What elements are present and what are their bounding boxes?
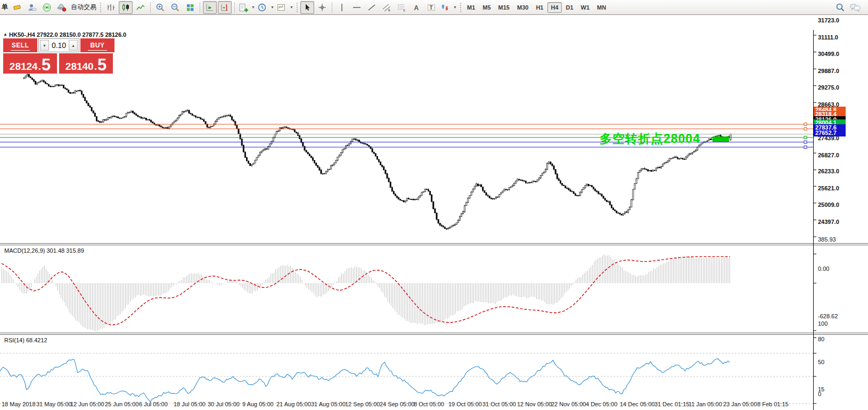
chart-title: HK50-,H4 27922.0 28150.0 27877.5 28126.0	[9, 31, 126, 38]
autotrade-button-label[interactable]: 自动交易	[71, 3, 96, 12]
gold-icon[interactable]	[10, 1, 24, 14]
chart-annotation-text: 多空转折点28004	[600, 131, 700, 147]
zoom-out-icon[interactable]	[168, 1, 182, 14]
buy-button[interactable]: BUY	[80, 38, 114, 52]
chart-window[interactable]: ▲ HK50-,H4 27922.0 28150.0 27877.5 28126…	[0, 14, 868, 410]
macd-indicator-label: MACD(12,26,9) 301.48 315.89	[4, 247, 84, 254]
time-axis-label: 14 Dec 05:00	[620, 401, 654, 407]
price-axis-tick: 24397.0	[818, 219, 839, 225]
mt4-window: 单 自动交易 ▼ ▼ ▼ E F A T ▼ M1 M5	[0, 0, 868, 410]
vertical-line-tool-icon[interactable]	[335, 1, 349, 14]
rsi-indicator-label: RSI(14) 68.4212	[4, 337, 47, 343]
zoom-in-icon[interactable]	[153, 1, 167, 14]
timeframe-h1[interactable]: H1	[533, 2, 546, 13]
price-axis-tick: 31111.0	[818, 34, 838, 41]
svg-text:T: T	[430, 5, 433, 11]
text-label-tool-icon[interactable]: T	[424, 1, 438, 14]
svg-text:A: A	[414, 4, 419, 11]
bar-chart-icon[interactable]	[104, 1, 118, 14]
toolbar-separator	[234, 2, 235, 13]
timeframe-m15[interactable]: M15	[495, 2, 513, 13]
rsi-axis-label: 100	[818, 320, 828, 327]
time-axis-label: 30 Jul 05:00	[208, 401, 240, 407]
crosshair-icon[interactable]	[315, 1, 329, 14]
chat-icon[interactable]	[848, 1, 862, 14]
chevron-down-icon: ▼	[251, 5, 255, 9]
fibonacci-icon[interactable]: F	[395, 1, 408, 14]
toolbar-group-handle	[297, 3, 298, 12]
sell-price-main: 28124	[10, 61, 38, 71]
time-axis-label: 19 Oct 05:00	[448, 401, 482, 407]
one-click-trading-panel: SELL ▼ 0.10 ▲ BUY 28124 . 5 28140 . 5	[3, 38, 114, 74]
timeframe-m5[interactable]: M5	[479, 2, 494, 13]
lot-decrease-button[interactable]: ▼	[40, 40, 49, 51]
time-axis-label: 31 Oct 05:00	[482, 401, 516, 407]
buy-price-box[interactable]: 28140 . 5	[59, 53, 113, 74]
level-price-tag: 27652.7	[814, 130, 846, 136]
collapse-panel-arrow-icon[interactable]: ▲	[3, 32, 7, 37]
candlestick-chart-icon[interactable]	[119, 1, 133, 14]
chevron-down-icon: ▼	[290, 5, 293, 9]
lot-size-field[interactable]: ▼ 0.10 ▲	[38, 38, 79, 52]
time-axis-label: 23 Jan 05:00	[723, 401, 757, 407]
auto-scroll-icon[interactable]	[203, 1, 217, 14]
time-axis-label: 24 Sep 05:00	[380, 401, 414, 407]
timeframe-mn[interactable]: MN	[594, 2, 609, 13]
chevron-down-icon: ▼	[453, 5, 457, 9]
templates-icon[interactable]: ▼	[276, 1, 294, 14]
equidistant-channel-icon[interactable]: E	[380, 1, 394, 14]
rsi-axis-label: 80	[818, 336, 824, 342]
arrows-tool-icon[interactable]: ▼	[439, 1, 457, 14]
search-icon[interactable]	[833, 1, 847, 14]
price-axis-tick: 30499.0	[818, 51, 839, 57]
time-axis-label: 21 Aug 05:00	[276, 401, 311, 407]
time-axis-label: 8 Oct 05:00	[414, 401, 444, 407]
price-axis-tick: 29887.0	[818, 68, 839, 74]
time-axis-label: 11 Jan 05:00	[689, 401, 722, 407]
macd-axis-label: 385.93	[818, 236, 836, 243]
time-axis-label: 9 Aug 05:00	[242, 401, 274, 407]
signal-icon[interactable]	[40, 1, 54, 14]
price-axis-tick: 26827.0	[818, 152, 839, 158]
main-toolbar: 单 自动交易 ▼ ▼ ▼ E F A T ▼ M1 M5	[0, 0, 868, 15]
price-axis-tick: 26233.0	[818, 168, 839, 174]
time-axis-label: 25 Jun 05:00	[105, 401, 139, 407]
toolbar-group-handle	[460, 3, 461, 12]
timeframe-w1[interactable]: W1	[578, 2, 593, 13]
lot-increase-button[interactable]: ▲	[69, 40, 78, 51]
sell-price-box[interactable]: 28124 . 5	[3, 53, 57, 74]
toolbar-separator	[150, 2, 151, 13]
trendline-tool-icon[interactable]	[365, 1, 379, 14]
time-axis-label: 12 Nov 05:00	[517, 401, 552, 407]
text-tool-icon[interactable]: A	[410, 1, 423, 14]
chart-canvas[interactable]	[0, 30, 868, 410]
timeframe-m30[interactable]: M30	[514, 2, 531, 13]
new-order-button-partial[interactable]: 单	[2, 3, 8, 12]
rsi-axis-label: 50	[818, 359, 824, 365]
toolbar-separator	[332, 2, 332, 13]
buy-price-main: 28140	[65, 61, 94, 71]
timeframe-d1[interactable]: D1	[563, 2, 577, 13]
lot-size-value[interactable]: 0.10	[50, 41, 68, 50]
timeframe-h4[interactable]: H4	[547, 2, 561, 13]
time-axis-label: 22 Nov 05:00	[551, 401, 586, 407]
sell-button[interactable]: SELL	[3, 38, 37, 52]
expert-advisor-hat-icon[interactable]	[55, 1, 69, 14]
cursor-icon[interactable]	[300, 1, 314, 14]
horizontal-line-tool-icon[interactable]	[350, 1, 364, 14]
time-axis-label: 8 Feb 01:15	[757, 401, 789, 407]
line-chart-icon[interactable]	[134, 1, 148, 14]
timeframe-m1[interactable]: M1	[464, 2, 478, 13]
sell-price-dot: .	[38, 61, 41, 71]
tile-windows-icon[interactable]	[183, 1, 197, 14]
price-axis-tick: 31723.0	[818, 17, 839, 23]
svg-text:E: E	[388, 9, 390, 12]
macd-axis-label: -628.62	[818, 313, 838, 319]
account-icon[interactable]	[25, 1, 39, 14]
chevron-down-icon: ▼	[271, 5, 274, 9]
periods-clock-icon[interactable]: ▼	[257, 1, 275, 14]
time-axis-label: 12 Jun 05:00	[70, 401, 104, 407]
chart-shift-icon[interactable]	[218, 1, 232, 14]
price-axis-tick: 25621.0	[818, 185, 839, 191]
add-indicator-icon[interactable]: ▼	[238, 1, 256, 14]
